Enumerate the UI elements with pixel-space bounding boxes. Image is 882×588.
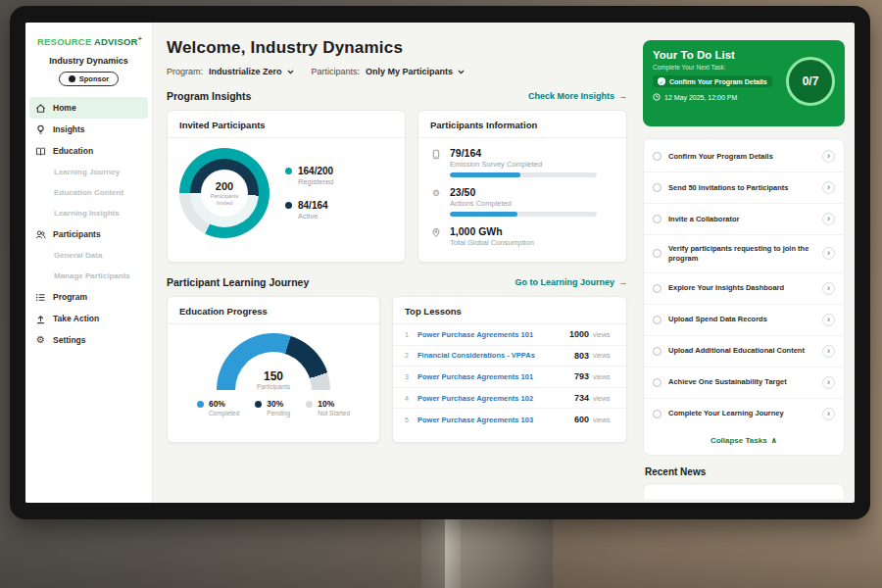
filters-bar: Program: Industrialize Zero Participants… bbox=[167, 67, 635, 76]
todo-next-task[interactable]: ✓ Confirm Your Program Details bbox=[653, 75, 772, 87]
task-checkbox[interactable] bbox=[653, 410, 662, 418]
task-label: Invite a Collaborator bbox=[668, 215, 815, 224]
sidebar-item-insights[interactable]: Insights bbox=[25, 119, 152, 140]
chevron-right-icon[interactable]: › bbox=[822, 213, 835, 225]
lesson-link[interactable]: Financial Considerations - VPPAs bbox=[417, 351, 574, 360]
sidebar-item-learning-insights[interactable]: Learning Insights bbox=[25, 203, 152, 223]
arrow-right-icon: → bbox=[618, 277, 627, 287]
card-title: Education Progress bbox=[168, 297, 379, 324]
legend-item-not-started: 10% Not Started bbox=[306, 399, 350, 416]
link-label: Go to Learning Journey bbox=[514, 277, 614, 287]
gauge-legend: 60% Completed 30% Pending bbox=[197, 399, 350, 416]
sponsor-badge[interactable]: Sponsor bbox=[59, 72, 119, 86]
org-name: Industry Dynamics bbox=[25, 56, 152, 66]
chevron-right-icon[interactable]: › bbox=[822, 150, 835, 163]
lesson-views-label: views bbox=[593, 352, 614, 359]
home-icon bbox=[35, 103, 46, 114]
task-label: Explore Your Insights Dashboard bbox=[668, 283, 815, 293]
todo-panel: Your To Do List Complete Your Next Task:… bbox=[635, 23, 855, 503]
education-progress-card: Education Progress 150 Participants bbox=[167, 296, 380, 443]
task-checkbox[interactable] bbox=[653, 183, 662, 192]
task-item[interactable]: Upload Spend Data Records › bbox=[644, 305, 844, 336]
chevron-right-icon[interactable]: › bbox=[822, 181, 835, 194]
sidebar-item-general-data[interactable]: General Data bbox=[25, 245, 152, 266]
task-item[interactable]: Send 50 Invitations to Participants › bbox=[644, 172, 844, 204]
lesson-row: 1 Power Purchase Agreements 101 1000 vie… bbox=[393, 324, 626, 346]
lesson-link[interactable]: Power Purchase Agreements 101 bbox=[417, 330, 569, 339]
participants-information-card: Participants Information 79/164 Emission… bbox=[417, 110, 627, 263]
sidebar-item-education-content[interactable]: Education Content bbox=[25, 182, 152, 203]
legend-item-completed: 60% Completed bbox=[197, 399, 239, 416]
card-title: Participants Information bbox=[418, 111, 626, 138]
legend-value: 60% bbox=[209, 399, 239, 409]
location-pin-icon bbox=[430, 225, 442, 247]
sidebar-item-label: Insights bbox=[53, 124, 85, 134]
chevron-right-icon[interactable]: › bbox=[822, 247, 835, 260]
task-label: Upload Additional Educational Content bbox=[668, 346, 815, 356]
logo-resource: RESOURCE bbox=[37, 36, 91, 47]
task-item[interactable]: Explore Your Insights Dashboard › bbox=[644, 273, 844, 305]
legend-dot bbox=[285, 168, 292, 174]
sidebar-item-settings[interactable]: ⚙ Settings bbox=[25, 329, 152, 351]
lesson-row: 4 Power Purchase Agreements 102 734 view… bbox=[393, 388, 626, 410]
arrow-right-icon: → bbox=[618, 91, 627, 101]
chevron-right-icon[interactable]: › bbox=[822, 282, 835, 295]
sidebar-item-take-action[interactable]: Take Action bbox=[25, 308, 152, 329]
sidebar-item-participants[interactable]: Participants bbox=[25, 223, 152, 245]
task-checkbox[interactable] bbox=[653, 284, 662, 293]
lesson-link[interactable]: Power Purchase Agreements 102 bbox=[417, 394, 574, 403]
legend-dot bbox=[285, 202, 292, 209]
task-checkbox[interactable] bbox=[653, 316, 662, 324]
collapse-tasks-link[interactable]: Collapse Tasks ∧ bbox=[644, 429, 844, 453]
program-select[interactable]: Industrialize Zero bbox=[209, 67, 294, 76]
go-to-learning-journey-link[interactable]: Go to Learning Journey → bbox=[514, 277, 627, 287]
task-item[interactable]: Confirm Your Program Details › bbox=[644, 141, 844, 172]
link-label: Check More Insights bbox=[528, 91, 614, 101]
gear-small-icon: ⚙ bbox=[430, 186, 442, 217]
participants-select[interactable]: Only My Participants bbox=[366, 67, 465, 76]
todo-progress-value: 0/7 bbox=[803, 74, 819, 88]
stat-value: 1,000 GWh bbox=[450, 225, 534, 237]
lesson-link[interactable]: Power Purchase Agreements 103 bbox=[417, 416, 574, 424]
monitor-bezel: RESOURCE ADVISOR+ Industry Dynamics Spon… bbox=[10, 6, 870, 519]
task-checkbox[interactable] bbox=[653, 249, 662, 258]
task-item[interactable]: Upload Additional Educational Content › bbox=[644, 336, 844, 368]
global-consumption-row: 1,000 GWh Total Global Consumption bbox=[430, 225, 614, 247]
sponsor-icon bbox=[69, 75, 75, 82]
task-item[interactable]: Invite a Collaborator › bbox=[644, 204, 844, 235]
lesson-views-label: views bbox=[593, 416, 614, 423]
chevron-right-icon[interactable]: › bbox=[822, 408, 835, 420]
lesson-row: 2 Financial Considerations - VPPAs 803 v… bbox=[393, 346, 626, 368]
donut-legend: 164/200 Registered 84/164 Active bbox=[285, 166, 333, 220]
sidebar-nav: Home Insights Education bbox=[25, 97, 152, 351]
chevron-down-icon bbox=[458, 70, 465, 74]
sidebar-item-label: Learning Insights bbox=[54, 209, 120, 218]
chevron-right-icon[interactable]: › bbox=[822, 345, 835, 358]
stat-value: 79/164 bbox=[450, 147, 597, 159]
task-checkbox[interactable] bbox=[653, 152, 662, 161]
lesson-link[interactable]: Power Purchase Agreements 101 bbox=[417, 372, 574, 381]
task-item[interactable]: Achieve One Sustainability Target › bbox=[644, 368, 844, 399]
main-content: Welcome, Industry Dynamics Program: Indu… bbox=[153, 23, 635, 503]
task-checkbox[interactable] bbox=[653, 347, 662, 356]
chevron-right-icon[interactable]: › bbox=[822, 376, 835, 389]
sidebar-item-learning-journey[interactable]: Learning Journey bbox=[25, 162, 152, 182]
sidebar-item-education[interactable]: Education bbox=[25, 140, 152, 162]
task-item[interactable]: Verify participants requesting to join t… bbox=[644, 235, 844, 273]
sidebar-item-program[interactable]: Program bbox=[25, 286, 152, 308]
legend-item-active: 84/164 Active bbox=[285, 200, 333, 220]
task-checkbox[interactable] bbox=[653, 215, 662, 223]
progress-fill bbox=[450, 172, 520, 177]
task-item[interactable]: Complete Your Learning Journey › bbox=[644, 399, 844, 429]
program-insights-title: Program Insights bbox=[167, 90, 251, 102]
emission-survey-row: 79/164 Emission Survey Completed bbox=[430, 147, 614, 177]
task-checkbox[interactable] bbox=[653, 378, 662, 387]
invited-participants-donut-chart: 200 Participants Invited bbox=[179, 148, 270, 238]
education-progress-gauge-chart: 150 Participants bbox=[217, 333, 330, 390]
lesson-rank: 2 bbox=[405, 352, 417, 359]
sidebar-item-home[interactable]: Home bbox=[29, 97, 148, 119]
program-filter-label: Program: bbox=[167, 67, 203, 76]
check-more-insights-link[interactable]: Check More Insights → bbox=[528, 91, 627, 101]
chevron-right-icon[interactable]: › bbox=[822, 314, 835, 326]
sidebar-item-manage-participants[interactable]: Manage Participants bbox=[25, 266, 152, 286]
